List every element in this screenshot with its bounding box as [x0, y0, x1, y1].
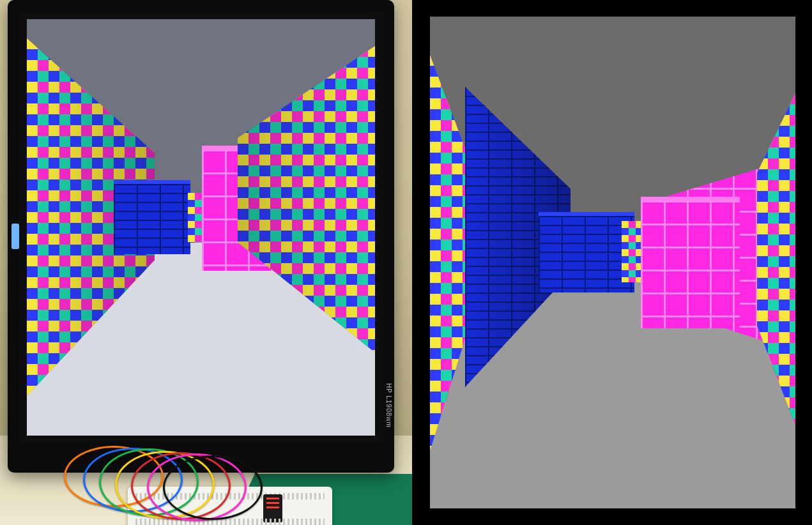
monitor-bezel — [19, 11, 383, 443]
hp-logo — [11, 224, 19, 249]
simulator-viewport — [430, 17, 795, 508]
wall-center-blue — [114, 184, 190, 254]
seven-segment-display — [263, 494, 282, 522]
wire-black — [163, 455, 263, 520]
wall-right-checker — [238, 46, 375, 353]
sim-wall-pink-face — [641, 201, 740, 328]
breadboard-area — [38, 455, 307, 525]
simulator-panel — [418, 5, 807, 520]
comparison-stage: HP L1908wm — [0, 0, 812, 525]
sim-wall-center-blue — [539, 216, 634, 293]
monitor-screen — [27, 19, 375, 436]
monitor-frame: HP L1908wm — [8, 0, 394, 473]
photo-panel: HP L1908wm — [0, 0, 412, 525]
monitor-model-label: HP L1908wm — [385, 383, 392, 428]
